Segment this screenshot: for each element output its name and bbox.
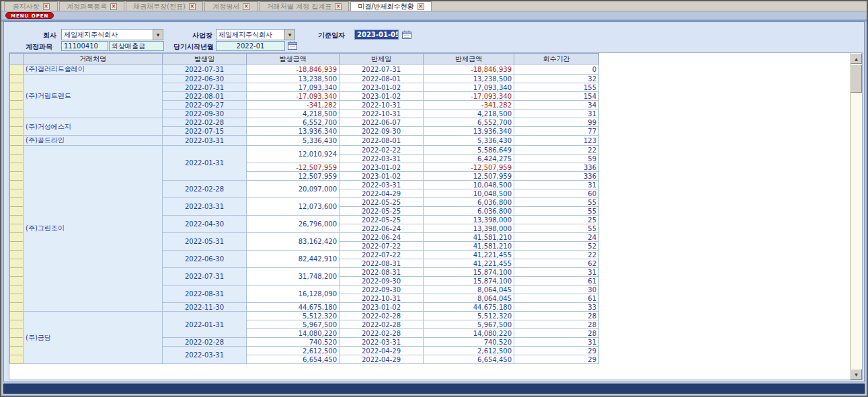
repay-date-cell[interactable]: 2022-10-31 bbox=[340, 109, 424, 118]
customer-name-cell[interactable]: (주)골드라인 bbox=[24, 136, 163, 146]
occur-amount-cell[interactable]: 13,936,340 bbox=[247, 127, 340, 136]
tab-거래처별 계정 집계표[interactable]: 거래처별 계정 집계표× bbox=[260, 1, 349, 11]
repay-amount-cell[interactable]: 13,398,000 bbox=[424, 216, 514, 224]
company-select[interactable]: 제일제지주식회사 ▼ bbox=[61, 29, 163, 40]
period-cell[interactable]: 28 bbox=[514, 320, 599, 329]
repay-date-cell[interactable]: 2022-03-31 bbox=[340, 181, 424, 189]
column-header[interactable]: 발생금액 bbox=[247, 54, 340, 64]
period-cell[interactable]: 24 bbox=[514, 233, 599, 242]
period-cell[interactable]: 25 bbox=[514, 216, 599, 224]
period-cell[interactable]: 336 bbox=[514, 163, 599, 172]
period-cell[interactable]: 62 bbox=[514, 259, 599, 268]
row-selector[interactable] bbox=[10, 155, 24, 163]
occur-amount-cell[interactable]: 20,097,000 bbox=[247, 181, 340, 198]
occur-date-cell[interactable]: 2022-07-15 bbox=[163, 127, 247, 136]
occur-amount-cell[interactable]: 2,612,500 bbox=[247, 347, 340, 355]
occur-date-cell[interactable]: 2022-03-31 bbox=[163, 347, 247, 364]
repay-amount-cell[interactable]: 44,675,180 bbox=[424, 303, 514, 312]
row-selector[interactable] bbox=[10, 355, 24, 364]
occur-amount-cell[interactable]: 44,675,180 bbox=[247, 303, 340, 312]
repay-date-cell[interactable]: 2023-01-02 bbox=[340, 83, 424, 92]
period-cell[interactable]: 60 bbox=[514, 189, 599, 198]
row-selector[interactable] bbox=[10, 329, 24, 338]
row-selector[interactable] bbox=[10, 251, 24, 259]
repay-amount-cell[interactable]: -18,846,939 bbox=[424, 64, 514, 75]
row-selector[interactable] bbox=[10, 163, 24, 172]
row-selector[interactable] bbox=[10, 64, 24, 75]
repay-date-cell[interactable]: 2022-02-28 bbox=[340, 312, 424, 320]
repay-date-cell[interactable]: 2022-03-31 bbox=[340, 338, 424, 347]
period-cell[interactable]: 31 bbox=[514, 268, 599, 277]
occur-date-cell[interactable]: 2022-07-31 bbox=[163, 268, 247, 285]
period-cell[interactable]: 34 bbox=[514, 101, 599, 109]
customer-name-cell[interactable]: (주)거림트렌드 bbox=[24, 75, 163, 118]
account-code-input[interactable]: 11100410 bbox=[61, 41, 108, 51]
repay-amount-cell[interactable]: 13,398,000 bbox=[424, 224, 514, 233]
occur-date-cell[interactable]: 2022-01-31 bbox=[163, 146, 247, 181]
row-selector[interactable] bbox=[10, 198, 24, 207]
row-selector[interactable] bbox=[10, 242, 24, 251]
period-cell[interactable]: 77 bbox=[514, 127, 599, 136]
occur-amount-cell[interactable]: -341,282 bbox=[247, 101, 340, 109]
period-cell[interactable]: 29 bbox=[514, 355, 599, 364]
period-cell[interactable]: 55 bbox=[514, 224, 599, 233]
occur-date-cell[interactable]: 2022-02-28 bbox=[163, 118, 247, 127]
occur-date-cell[interactable]: 2022-09-27 bbox=[163, 101, 247, 109]
tab-close-icon[interactable]: × bbox=[43, 3, 50, 10]
occur-amount-cell[interactable]: 12,010,924 bbox=[247, 146, 340, 163]
row-selector[interactable] bbox=[10, 268, 24, 277]
row-selector[interactable] bbox=[10, 294, 24, 303]
repay-amount-cell[interactable]: 13,238,500 bbox=[424, 75, 514, 83]
repay-amount-cell[interactable]: 6,036,800 bbox=[424, 207, 514, 216]
period-cell[interactable]: 31 bbox=[514, 338, 599, 347]
period-cell[interactable]: 154 bbox=[514, 92, 599, 101]
repay-amount-cell[interactable]: -12,507,959 bbox=[424, 163, 514, 172]
repay-amount-cell[interactable]: -17,093,340 bbox=[424, 92, 514, 101]
repay-date-cell[interactable]: 2022-07-31 bbox=[340, 64, 424, 75]
period-cell[interactable]: 32 bbox=[514, 75, 599, 83]
period-cell[interactable]: 28 bbox=[514, 329, 599, 338]
repay-date-cell[interactable]: 2023-01-02 bbox=[340, 172, 424, 181]
repay-amount-cell[interactable]: 41,221,455 bbox=[424, 259, 514, 268]
repay-date-cell[interactable]: 2023-01-02 bbox=[340, 92, 424, 101]
repay-date-cell[interactable]: 2022-05-25 bbox=[340, 216, 424, 224]
occur-date-cell[interactable]: 2022-09-30 bbox=[163, 109, 247, 118]
repay-amount-cell[interactable]: 10,048,500 bbox=[424, 181, 514, 189]
repay-date-cell[interactable]: 2022-04-29 bbox=[340, 355, 424, 364]
period-cell[interactable]: 22 bbox=[514, 251, 599, 259]
tab-채권채무장(전표)[interactable]: 채권채무장(전표)× bbox=[126, 1, 203, 11]
period-cell[interactable]: 55 bbox=[514, 198, 599, 207]
period-cell[interactable]: 61 bbox=[514, 277, 599, 285]
repay-amount-cell[interactable]: 8,064,045 bbox=[424, 294, 514, 303]
customer-name-cell[interactable]: (주)거성에스지 bbox=[24, 118, 163, 136]
calendar-icon[interactable] bbox=[288, 41, 297, 50]
customer-name-cell[interactable]: (주)금담 bbox=[24, 312, 163, 364]
repay-date-cell[interactable]: 2022-03-31 bbox=[340, 155, 424, 163]
occur-date-cell[interactable]: 2022-01-31 bbox=[163, 312, 247, 338]
row-selector[interactable] bbox=[10, 277, 24, 285]
occur-amount-cell[interactable]: 5,967,500 bbox=[247, 320, 340, 329]
repay-amount-cell[interactable]: 12,507,959 bbox=[424, 172, 514, 181]
tab-close-icon[interactable]: × bbox=[189, 3, 196, 10]
repay-amount-cell[interactable]: 4,218,500 bbox=[424, 109, 514, 118]
repay-amount-cell[interactable]: 41,581,210 bbox=[424, 233, 514, 242]
repay-amount-cell[interactable]: 41,221,455 bbox=[424, 251, 514, 259]
repay-date-cell[interactable]: 2022-02-28 bbox=[340, 329, 424, 338]
repay-amount-cell[interactable]: 6,424,275 bbox=[424, 155, 514, 163]
occur-date-cell[interactable]: 2022-03-31 bbox=[163, 136, 247, 146]
repay-amount-cell[interactable]: 5,512,320 bbox=[424, 312, 514, 320]
occur-amount-cell[interactable]: -12,507,959 bbox=[247, 163, 340, 172]
row-selector[interactable] bbox=[10, 224, 24, 233]
tab-계정과목등록[interactable]: 계정과목등록× bbox=[59, 1, 124, 11]
repay-amount-cell[interactable]: 5,336,430 bbox=[424, 136, 514, 146]
period-cell[interactable]: 99 bbox=[514, 118, 599, 127]
tab-close-icon[interactable]: × bbox=[335, 3, 342, 10]
occur-amount-cell[interactable]: 26,796,000 bbox=[247, 216, 340, 233]
repay-amount-cell[interactable]: 2,612,500 bbox=[424, 347, 514, 355]
occur-date-cell[interactable]: 2022-02-28 bbox=[163, 181, 247, 198]
row-selector[interactable] bbox=[10, 101, 24, 109]
repay-amount-cell[interactable]: -341,282 bbox=[424, 101, 514, 109]
row-selector[interactable] bbox=[10, 75, 24, 83]
repay-date-cell[interactable]: 2022-06-07 bbox=[340, 118, 424, 127]
period-cell[interactable]: 123 bbox=[514, 136, 599, 146]
